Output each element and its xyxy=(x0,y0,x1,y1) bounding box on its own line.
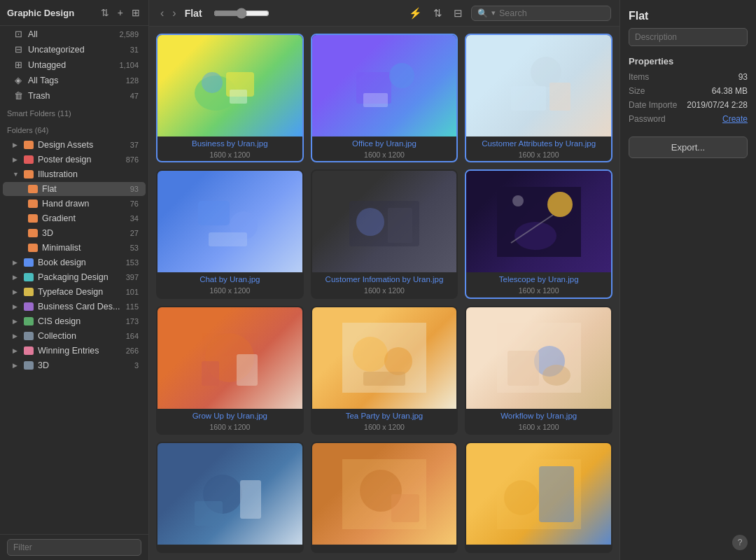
sidebar-add-button[interactable]: + xyxy=(116,6,125,20)
image-caption xyxy=(466,545,611,552)
image-card[interactable]: Tea Party by Uran.jpg 1600 x 1200 xyxy=(311,306,458,435)
panel-description-input[interactable] xyxy=(629,28,748,46)
zoom-slider[interactable] xyxy=(214,8,270,19)
image-card[interactable] xyxy=(311,442,458,553)
sidebar-item-label: Poster design xyxy=(38,155,122,164)
password-create-link[interactable]: Create xyxy=(722,114,748,124)
sidebar-item-flat[interactable]: Flat 93 xyxy=(3,182,146,196)
svg-rect-23 xyxy=(237,354,258,386)
svg-rect-6 xyxy=(363,93,388,107)
folder-icon xyxy=(24,317,34,326)
image-card[interactable]: Workflow by Uran.jpg 1600 x 1200 xyxy=(465,306,612,435)
image-caption: Business by Uran.jpg 1600 x 1200 xyxy=(158,136,302,162)
folder-icon xyxy=(24,258,34,267)
sidebar-item-count: 173 xyxy=(126,317,139,326)
sidebar-item-packaging-design[interactable]: ▶ Packaging Design 397 xyxy=(3,270,146,284)
search-input[interactable] xyxy=(499,8,597,18)
tree-toggle-icon: ▶ xyxy=(13,274,20,281)
sidebar-item-count: 266 xyxy=(126,346,139,355)
image-card[interactable]: Telescope by Uran.jpg 1600 x 1200 xyxy=(465,169,612,298)
filter-input[interactable] xyxy=(7,539,141,556)
sidebar-item-count: 47 xyxy=(130,92,139,100)
sidebar-item-hand-drawn[interactable]: Hand drawn 76 xyxy=(3,197,146,211)
sidebar-item-untagged[interactable]: ⊞ Untagged 1,104 xyxy=(3,57,146,72)
image-card[interactable]: Customer Infomation by Uran.jpg 1600 x 1… xyxy=(311,169,458,298)
sidebar-item-3d[interactable]: ▶ 3D 3 xyxy=(3,358,146,372)
folder-icon xyxy=(28,185,38,193)
help-button[interactable]: ? xyxy=(732,535,748,550)
sidebar-item-count: 128 xyxy=(126,76,139,85)
panel-items-row: Items 93 xyxy=(629,72,748,82)
sidebar-item-illustration[interactable]: ▼ Illustration xyxy=(3,167,146,181)
sidebar-item-count: 31 xyxy=(130,46,139,54)
sidebar-item-typeface-design[interactable]: ▶ Typeface Design 101 xyxy=(3,285,146,299)
svg-rect-8 xyxy=(511,86,546,111)
sidebar-item-winning-entries[interactable]: ▶ Winning Entries 266 xyxy=(3,344,146,358)
sidebar-item-label: Uncategorized xyxy=(28,45,126,55)
svg-point-5 xyxy=(389,63,414,88)
sidebar-item-minimalist[interactable]: Minimalist 53 xyxy=(3,241,146,255)
sidebar-item-all[interactable]: ⊡ All 2,589 xyxy=(3,27,146,41)
sidebar-header: Graphic Design ⇅ + ⊞ xyxy=(0,0,148,26)
sidebar-title: Graphic Design xyxy=(7,8,95,18)
sidebar-item-book-design[interactable]: ▶ Book design 153 xyxy=(3,255,146,270)
image-thumbnail xyxy=(312,307,457,409)
image-name: Office by Uran.jpg xyxy=(315,139,454,148)
svg-rect-10 xyxy=(198,201,230,225)
svg-point-40 xyxy=(504,480,539,515)
sidebar-item-cis-design[interactable]: ▶ CIS design 173 xyxy=(3,314,146,328)
smart-folders-label: Smart Folders (11) xyxy=(0,104,148,120)
image-card[interactable] xyxy=(465,442,612,553)
image-card[interactable]: Chat by Uran.jpg 1600 x 1200 xyxy=(156,169,304,298)
size-value: 64.38 MB xyxy=(712,86,748,96)
sidebar-item-uncategorized[interactable]: ⊟ Uncategorized 31 xyxy=(3,42,146,57)
sidebar-item-count: 164 xyxy=(126,332,139,340)
sidebar-item-trash[interactable]: 🗑 Trash 47 xyxy=(3,88,146,103)
flash-button[interactable]: ⚡ xyxy=(406,6,425,21)
sidebar-item-label: 3D xyxy=(42,228,126,238)
image-thumbnail xyxy=(158,35,302,136)
image-name: Customer Attributes by Uran.jpg xyxy=(469,139,608,148)
sidebar-item-label: Gradient xyxy=(42,214,126,223)
export-button[interactable]: Export... xyxy=(629,136,748,158)
image-card[interactable]: Office by Uran.jpg 1600 x 1200 xyxy=(311,34,458,162)
image-name: Tea Party by Uran.jpg xyxy=(315,412,454,420)
forward-button[interactable]: › xyxy=(169,6,178,21)
image-card[interactable] xyxy=(156,442,304,553)
toolbar-title: Flat xyxy=(185,8,202,19)
svg-rect-34 xyxy=(240,480,261,519)
sidebar-item-label: CIS design xyxy=(38,316,122,326)
tree-toggle-icon: ▶ xyxy=(13,259,20,266)
sidebar-item-count: 37 xyxy=(130,141,139,149)
image-caption: Telescope by Uran.jpg 1600 x 1200 xyxy=(466,272,611,298)
sidebar-item-all-tags[interactable]: ◈ All Tags 128 xyxy=(3,73,146,88)
folder-icon xyxy=(28,214,38,223)
sidebar-item-count: 397 xyxy=(126,273,139,281)
svg-point-18 xyxy=(512,195,524,206)
sidebar-item-design-assets[interactable]: ▶ Design Assets 37 xyxy=(3,138,146,152)
sidebar: Graphic Design ⇅ + ⊞ ⊡ All 2,589 ⊟ Uncat… xyxy=(0,0,149,560)
search-icon: 🔍 xyxy=(477,8,488,18)
sidebar-item-gradient[interactable]: Gradient 34 xyxy=(3,211,146,225)
image-caption: Grow Up by Uran.jpg 1600 x 1200 xyxy=(158,409,302,435)
sort-button[interactable]: ⇅ xyxy=(430,6,445,21)
uncategorized-icon: ⊟ xyxy=(13,44,24,55)
sidebar-item-label: Flat xyxy=(42,184,126,194)
image-caption: Customer Infomation by Uran.jpg 1600 x 1… xyxy=(312,272,457,298)
image-card[interactable]: Grow Up by Uran.jpg 1600 x 1200 xyxy=(156,306,304,435)
sidebar-item-business-card[interactable]: ▶ Business Card Des... 115 xyxy=(3,300,146,314)
back-button[interactable]: ‹ xyxy=(158,6,167,21)
image-thumbnail xyxy=(466,443,611,545)
sidebar-item-3d-illus[interactable]: 3D 27 xyxy=(3,226,146,240)
sidebar-layout-button[interactable]: ⊞ xyxy=(130,6,141,20)
sidebar-sort-button[interactable]: ⇅ xyxy=(99,6,111,20)
items-value: 93 xyxy=(738,72,748,82)
image-card[interactable]: Customer Attributes by Uran.jpg 1600 x 1… xyxy=(465,34,612,162)
image-caption: Tea Party by Uran.jpg 1600 x 1200 xyxy=(312,409,457,435)
filter-button[interactable]: ⊟ xyxy=(451,6,465,21)
sidebar-item-poster-design[interactable]: ▶ Poster design 876 xyxy=(3,153,146,167)
sidebar-item-collection[interactable]: ▶ Collection 164 xyxy=(3,329,146,343)
search-dropdown-icon[interactable]: ▾ xyxy=(491,8,496,18)
image-thumbnail xyxy=(466,307,611,409)
image-card[interactable]: Business by Uran.jpg 1600 x 1200 xyxy=(156,34,304,162)
